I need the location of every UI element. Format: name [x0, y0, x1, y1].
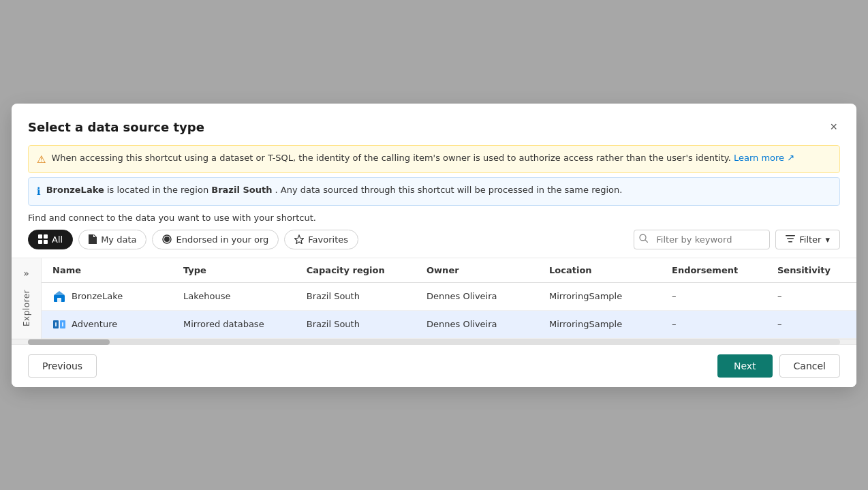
filter-input[interactable] [634, 230, 770, 249]
mirror-icon [52, 318, 66, 331]
col-header-location[interactable]: Location [538, 258, 661, 283]
info-icon: ℹ [37, 184, 41, 200]
svg-rect-18 [62, 322, 63, 326]
warning-text: When accessing this shortcut using a dat… [51, 151, 794, 165]
modal: Select a data source type × ⚠ When acces… [12, 104, 856, 387]
modal-footer: Previous Next Cancel [12, 344, 856, 387]
next-button[interactable]: Next [717, 354, 773, 378]
grid-icon [38, 234, 48, 244]
cell-type: Lakehouse [172, 282, 296, 310]
table-row[interactable]: BronzeLake Lakehouse Brazil South Dennes… [42, 282, 856, 310]
tab-endorsed[interactable]: Endorsed in your org [152, 230, 279, 249]
modal-overlay: Select a data source type × ⚠ When acces… [0, 0, 868, 490]
explorer-label: Explorer [22, 290, 31, 326]
cell-owner: Dennes Oliveira [416, 282, 538, 310]
svg-rect-1 [44, 234, 48, 239]
cell-endorsement: – [661, 282, 766, 310]
table-area: Name Type Capacity region Owner [42, 258, 856, 339]
explorer-panel: » Explorer [12, 258, 42, 339]
info-text: BronzeLake is located in the region Braz… [46, 183, 623, 197]
modal-title: Select a data source type [28, 120, 204, 134]
tabs-row: All My data Endorsed in your org [12, 230, 856, 258]
col-header-name[interactable]: Name [42, 258, 172, 283]
data-table: Name Type Capacity region Owner [42, 258, 856, 339]
filter-input-wrap [634, 230, 770, 249]
previous-button[interactable]: Previous [28, 354, 97, 378]
cell-region: Brazil South [296, 310, 416, 338]
close-button[interactable]: × [827, 117, 840, 137]
svg-rect-11 [788, 241, 792, 243]
svg-marker-6 [295, 235, 304, 244]
tabs-left: All My data Endorsed in your org [28, 230, 358, 249]
cell-name: Adventure [42, 310, 172, 338]
svg-rect-10 [787, 239, 794, 240]
modal-header: Select a data source type × [12, 104, 856, 145]
footer-right: Next Cancel [717, 354, 840, 378]
collapse-explorer-button[interactable]: » [19, 264, 33, 283]
table-header-row: Name Type Capacity region Owner [42, 258, 856, 283]
horizontal-scrollbar[interactable] [12, 339, 856, 344]
filter-icon [786, 235, 795, 243]
col-header-owner[interactable]: Owner [416, 258, 538, 283]
svg-rect-14 [57, 298, 61, 302]
cell-type: Mirrored database [172, 310, 296, 338]
content-area: » Explorer Name Type [12, 258, 856, 339]
cell-location: MirroringSample [538, 282, 661, 310]
cell-name: BronzeLake [42, 282, 172, 310]
cell-location: MirroringSample [538, 310, 661, 338]
tabs-right: Filter ▾ [634, 230, 840, 249]
badge-icon [162, 234, 172, 244]
filter-button[interactable]: Filter ▾ [775, 230, 840, 249]
svg-rect-2 [38, 240, 42, 244]
cell-owner: Dennes Oliveira [416, 310, 538, 338]
info-banner: ℹ BronzeLake is located in the region Br… [28, 177, 840, 206]
col-header-type[interactable]: Type [172, 258, 296, 283]
tab-all[interactable]: All [28, 230, 73, 249]
star-icon [294, 234, 304, 244]
svg-rect-9 [786, 235, 795, 236]
svg-rect-3 [44, 240, 48, 244]
file-icon [89, 234, 97, 244]
cancel-button[interactable]: Cancel [779, 354, 840, 378]
subtitle-text: Find and connect to the data you want to… [12, 213, 856, 230]
cell-endorsement: – [661, 310, 766, 338]
tab-favorites[interactable]: Favorites [284, 230, 358, 249]
warning-icon: ⚠ [37, 152, 46, 168]
cell-sensitivity: – [766, 310, 856, 338]
lakehouse-icon [52, 290, 66, 303]
col-header-sensitivity[interactable]: Sensitivity [766, 258, 856, 283]
cell-sensitivity: – [766, 282, 856, 310]
learn-more-link[interactable]: Learn more ↗ [734, 153, 794, 163]
warning-banner: ⚠ When accessing this shortcut using a d… [28, 145, 840, 174]
col-header-region[interactable]: Capacity region [296, 258, 416, 283]
svg-marker-13 [54, 291, 65, 295]
tab-my-data[interactable]: My data [78, 230, 146, 249]
svg-rect-0 [38, 234, 42, 239]
svg-point-5 [164, 236, 170, 242]
cell-region: Brazil South [296, 282, 416, 310]
footer-left: Previous [28, 354, 97, 378]
svg-rect-17 [55, 322, 57, 326]
table-row[interactable]: Adventure Mirrored database Brazil South… [42, 310, 856, 338]
col-header-endorsement[interactable]: Endorsement [661, 258, 766, 283]
